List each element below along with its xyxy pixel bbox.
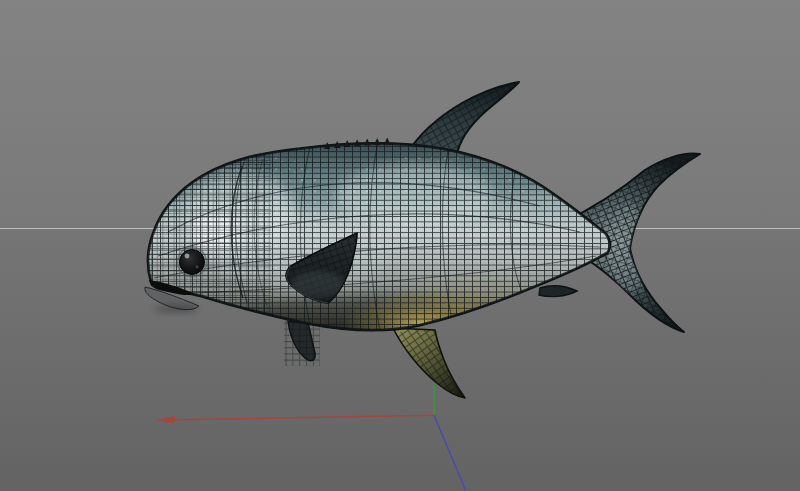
viewport-3d[interactable] — [0, 0, 800, 491]
eye — [178, 248, 207, 277]
